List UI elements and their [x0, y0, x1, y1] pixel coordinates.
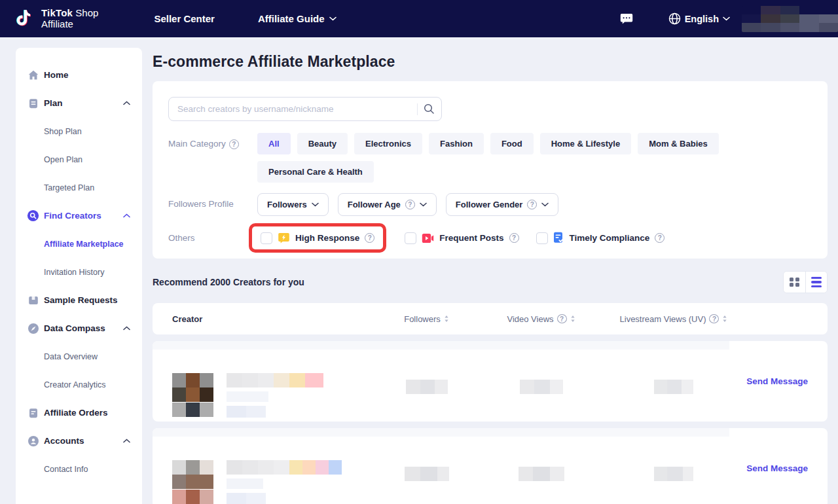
sidebar-item-open-plan[interactable]: Open Plan [16, 145, 142, 173]
help-icon[interactable]: ? [405, 200, 415, 209]
category-chip-food[interactable]: Food [490, 133, 534, 154]
filter-option-label: Timely Compliance [570, 233, 650, 243]
help-icon[interactable]: ? [365, 233, 374, 243]
column-header-followers[interactable]: Followers [382, 314, 471, 324]
redacted-creator-name [227, 373, 323, 418]
messages-button[interactable] [620, 13, 633, 25]
creator-cell [172, 346, 382, 418]
sidebar-item-label: Data Overview [44, 352, 98, 361]
chevron-down-icon [312, 202, 319, 207]
sidebar-item-data-compass[interactable]: Data Compass [16, 314, 142, 342]
chevron-up-icon[interactable] [123, 439, 130, 443]
filter-option-timely-compliance[interactable]: Timely Compliance? [536, 232, 665, 244]
redacted-livestream-views-value [611, 467, 736, 481]
chevron-down-icon [541, 202, 549, 207]
category-chip-personal-care-health[interactable]: Personal Care & Health [257, 161, 374, 183]
help-icon[interactable]: ? [527, 200, 537, 209]
sidebar-item-plan[interactable]: Plan [16, 89, 142, 117]
sidebar-item-shop-plan[interactable]: Shop Plan [16, 117, 142, 145]
home-icon [27, 69, 39, 81]
sidebar-item-invitation-history[interactable]: Invitation History [16, 258, 142, 286]
dropdown-follower-age[interactable]: Follower Age? [338, 193, 437, 216]
category-chip-fashion[interactable]: Fashion [429, 133, 484, 154]
name-line [227, 406, 323, 418]
action-cell: Send Message [736, 376, 808, 386]
main-category-row: Main Category? AllBeautyElectronicsFashi… [168, 133, 812, 183]
send-message-link[interactable]: Send Message [736, 463, 808, 473]
chevron-up-icon[interactable] [123, 213, 130, 218]
sidebar-item-label: Open Plan [44, 155, 82, 164]
column-label: Video Views [507, 314, 553, 324]
tiktok-note-icon [16, 8, 35, 30]
category-chip-beauty[interactable]: Beauty [297, 133, 348, 154]
name-line [227, 493, 342, 504]
checkbox-timely-compliance[interactable] [536, 232, 548, 244]
filter-option-high-response[interactable]: High Response? [261, 232, 374, 244]
tiktok-shop-affiliate-logo[interactable]: TikTok Shop Affiliate [16, 8, 98, 30]
category-chip-mom-babies[interactable]: Mom & Babies [638, 133, 719, 154]
affiliate-guide-link[interactable]: Affiliate Guide [258, 13, 337, 24]
sidebar-item-affiliate-orders[interactable]: Affiliate Orders [16, 399, 142, 427]
sidebar-item-label: Plan [44, 98, 63, 108]
column-header-livestream-views-uv[interactable]: Livestream Views (UV)? [611, 314, 736, 324]
category-chip-all[interactable]: All [257, 133, 291, 154]
dropdown-followers[interactable]: Followers [257, 193, 329, 216]
value-blocks [520, 380, 563, 394]
dropdown-label: Follower Age [348, 200, 401, 209]
filter-option-frequent-posts[interactable]: Frequent Posts? [405, 232, 519, 244]
sidebar-item-label: Shop Plan [44, 127, 82, 136]
dropdown-follower-gender[interactable]: Follower Gender? [446, 193, 559, 216]
chevron-down-icon [723, 16, 730, 21]
value-blocks [405, 467, 449, 481]
redacted-avatar [172, 460, 213, 504]
sidebar-item-label: Accounts [44, 436, 84, 446]
search-icon[interactable] [424, 103, 435, 115]
language-selector[interactable]: English [668, 12, 730, 25]
column-header-video-views[interactable]: Video Views? [471, 314, 611, 324]
plan-icon [27, 97, 39, 109]
filter-card: Main Category? AllBeautyElectronicsFashi… [153, 81, 828, 259]
seller-center-link[interactable]: Seller Center [154, 13, 215, 24]
main-content: E-commerce Affiliate Marketplace Main Ca… [153, 37, 828, 504]
sidebar-item-creator-analytics[interactable]: Creator Analytics [16, 370, 142, 399]
sidebar-item-targeted-plan[interactable]: Targeted Plan [16, 173, 142, 202]
checkbox-high-response[interactable] [261, 232, 272, 244]
category-chip-home-lifestyle[interactable]: Home & Lifestyle [540, 133, 631, 154]
checkbox-frequent-posts[interactable] [405, 232, 416, 244]
search-box [168, 97, 442, 121]
send-message-link[interactable]: Send Message [736, 376, 808, 386]
creator-table-header: CreatorFollowersVideo Views?Livestream V… [153, 303, 828, 334]
sort-icon[interactable] [444, 315, 449, 323]
help-icon[interactable]: ? [509, 233, 519, 243]
help-icon[interactable]: ? [229, 139, 239, 149]
sidebar-item-data-overview[interactable]: Data Overview [16, 342, 142, 370]
search-divider [417, 103, 418, 115]
sort-icon[interactable] [570, 315, 575, 323]
sidebar-item-affiliate-marketplace[interactable]: Affiliate Marketplace [16, 230, 142, 258]
help-icon[interactable]: ? [557, 314, 567, 323]
help-icon[interactable]: ? [655, 233, 665, 243]
sidebar-item-sample-requests[interactable]: Sample Requests [16, 286, 142, 314]
sidebar-item-find-creators[interactable]: Find Creators [16, 202, 142, 230]
grid-view-button[interactable] [784, 272, 805, 293]
chat-bubble-icon [620, 13, 633, 25]
filter-option-label: Frequent Posts [439, 233, 503, 243]
others-label: Others [168, 233, 257, 243]
sidebar-item-label: Targeted Plan [44, 183, 94, 192]
name-line [227, 460, 342, 475]
sort-icon[interactable] [722, 315, 727, 323]
help-icon[interactable]: ? [709, 314, 719, 323]
sidebar-item-contact-info[interactable]: Contact Info [16, 455, 142, 483]
sidebar-item-label: Contact Info [44, 465, 88, 474]
chevron-up-icon[interactable] [123, 101, 130, 105]
results-heading: Recommend 2000 Creators for you [153, 277, 304, 287]
list-view-button[interactable] [805, 272, 827, 293]
category-chip-electronics[interactable]: Electronics [354, 133, 422, 154]
column-label: Followers [404, 314, 441, 324]
sidebar-item-accounts[interactable]: Accounts [16, 427, 142, 455]
timely-compliance-icon [553, 232, 564, 244]
chevron-up-icon[interactable] [123, 326, 130, 331]
sidebar-item-label: Data Compass [44, 323, 105, 333]
sidebar-item-home[interactable]: Home [16, 61, 142, 89]
search-input[interactable] [177, 104, 413, 114]
